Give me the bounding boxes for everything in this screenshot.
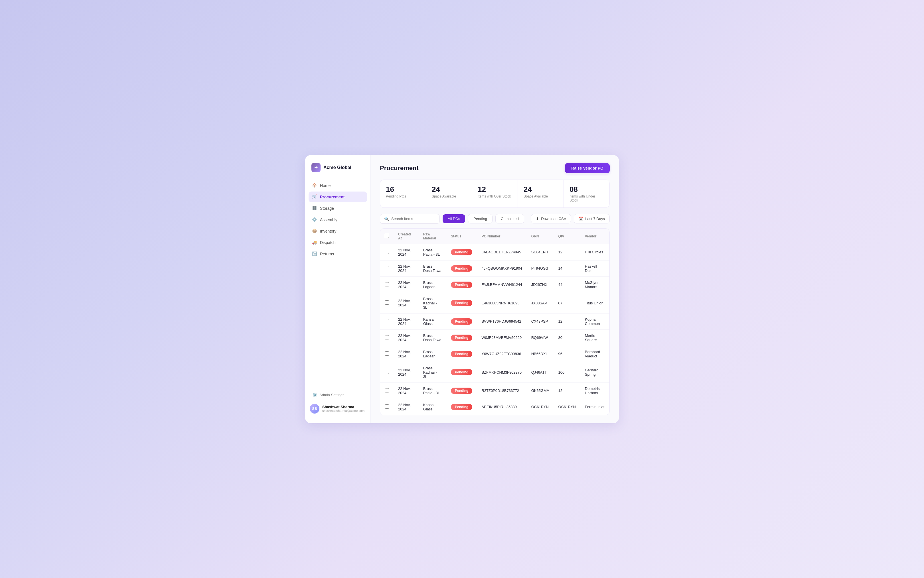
avatar: SS	[310, 404, 319, 414]
cell-vendor: Demetris Harbors	[580, 383, 610, 399]
cell-created-at: 22 Nov, 2024	[394, 293, 419, 313]
sidebar-item-inventory[interactable]: 📦 Inventory	[309, 226, 367, 237]
row-checkbox[interactable]	[385, 335, 389, 339]
status-badge: Pending	[451, 265, 472, 272]
row-checkbox[interactable]	[385, 351, 389, 356]
cell-grn: PT94OSG	[527, 260, 554, 276]
date-filter-label: Last 7 Days	[585, 217, 605, 221]
cell-raw-material: Brass Patila - 3L	[419, 244, 446, 260]
col-grn: GRN	[527, 229, 554, 244]
raise-vendor-po-button[interactable]: Raise Vendor PO	[565, 163, 610, 173]
procurement-icon: 🛒	[312, 194, 317, 200]
search-icon: 🔍	[384, 217, 389, 221]
cell-po-number: E4630L85NRNH61095	[477, 293, 527, 313]
cell-created-at: 22 Nov, 2024	[394, 330, 419, 346]
table-row: 22 Nov, 2024 Kansa Glass Pending APEIKU5…	[380, 399, 610, 415]
filter-all-pos-button[interactable]: All POs	[442, 214, 465, 223]
cell-created-at: 22 Nov, 2024	[394, 399, 419, 415]
row-checkbox[interactable]	[385, 300, 389, 305]
stat-card: 16 Pending POs	[380, 180, 426, 208]
cell-po-number: Y6W7GUZ92FTC99836	[477, 346, 527, 362]
cell-raw-material: Brass Lagaan	[419, 346, 446, 362]
sidebar-item-assembly[interactable]: ⚙️ Assembly	[309, 214, 367, 225]
cell-po-number: W0JRJ3MVBFMV50229	[477, 330, 527, 346]
cell-raw-material: Kansa Glass	[419, 399, 446, 415]
sidebar-item-label: Home	[320, 183, 330, 188]
home-icon: 🏠	[312, 183, 317, 188]
sidebar-item-storage[interactable]: 🗄️ Storage	[309, 203, 367, 214]
sidebar-item-returns[interactable]: ↩️ Returns	[309, 248, 367, 259]
cell-grn: NB66DXI	[527, 346, 554, 362]
cell-vendor: Gerhard Spring	[580, 362, 610, 383]
sidebar-item-home[interactable]: 🏠 Home	[309, 180, 367, 191]
storage-icon: 🗄️	[312, 206, 317, 211]
cell-vendor: Kuphal Common	[580, 313, 610, 330]
search-input[interactable]	[391, 217, 436, 221]
settings-icon: ⚙️	[312, 393, 317, 397]
table-row: 22 Nov, 2024 Brass Patila - 3L Pending R…	[380, 383, 610, 399]
toolbar: 🔍 All POs Pending Completed ⬇ Download C…	[380, 214, 610, 224]
filter-pending-button[interactable]: Pending	[468, 214, 493, 224]
download-icon: ⬇	[536, 217, 539, 221]
cell-status: Pending	[446, 293, 477, 313]
stat-number: 16	[386, 185, 420, 194]
status-badge: Pending	[451, 404, 472, 410]
stat-label: Space Available	[432, 194, 466, 198]
main-content: Procurement Raise Vendor PO 16 Pending P…	[371, 155, 619, 423]
filter-completed-button[interactable]: Completed	[495, 214, 524, 224]
download-csv-button[interactable]: ⬇ Download CSV	[531, 214, 571, 224]
cell-status: Pending	[446, 260, 477, 276]
col-po-number: PO Number	[477, 229, 527, 244]
procurement-table-wrapper: Created At Raw Material Status PO Number…	[380, 228, 610, 415]
cell-po-number: 3AE4GDE1HERZ74945	[477, 244, 527, 260]
cell-grn: SC04EPH	[527, 244, 554, 260]
row-checkbox[interactable]	[385, 370, 389, 374]
user-info: SS Shashwat Sharma shashwat.sharma@acme.…	[310, 402, 366, 415]
col-created-at: Created At	[394, 229, 419, 244]
cell-vendor: Bernhard Viaduct	[580, 346, 610, 362]
table-row: 22 Nov, 2024 Brass Dosa Tawa Pending W0J…	[380, 330, 610, 346]
cell-status: Pending	[446, 362, 477, 383]
cell-qty: 12	[554, 313, 580, 330]
row-checkbox[interactable]	[385, 282, 389, 286]
stat-label: Pending POs	[386, 194, 420, 198]
sidebar-item-label: Dispatch	[320, 240, 335, 245]
stat-number: 08	[569, 185, 604, 194]
cell-status: Pending	[446, 313, 477, 330]
cell-qty: 12	[554, 383, 580, 399]
row-checkbox[interactable]	[385, 404, 389, 409]
stat-label: Items with Under Stock	[569, 194, 604, 202]
row-checkbox[interactable]	[385, 266, 389, 270]
table-row: 22 Nov, 2024 Brass Dosa Tawa Pending 4JF…	[380, 260, 610, 276]
sidebar-item-dispatch[interactable]: 🚚 Dispatch	[309, 237, 367, 248]
search-box: 🔍	[380, 214, 440, 224]
sidebar-item-label: Returns	[320, 252, 334, 256]
sidebar-item-procurement[interactable]: 🛒 Procurement	[309, 192, 367, 202]
table-row: 22 Nov, 2024 Brass Lagaan Pending FAJLBF…	[380, 276, 610, 293]
cell-raw-material: Brass Dosa Tawa	[419, 260, 446, 276]
status-badge: Pending	[451, 334, 472, 341]
cell-raw-material: Brass Lagaan	[419, 276, 446, 293]
select-all-checkbox[interactable]	[385, 234, 389, 238]
admin-settings-label: Admin Settings	[319, 393, 344, 397]
date-filter-button[interactable]: 📅 Last 7 Days	[574, 214, 610, 224]
logo-icon: ✦	[311, 163, 320, 172]
sidebar: ✦ Acme Global 🏠 Home🛒 Procurement🗄️ Stor…	[305, 155, 371, 423]
row-checkbox[interactable]	[385, 388, 389, 393]
table-row: 22 Nov, 2024 Brass Kadhai - 3L Pending E…	[380, 293, 610, 313]
cell-raw-material: Kansa Glass	[419, 313, 446, 330]
cell-status: Pending	[446, 276, 477, 293]
row-checkbox[interactable]	[385, 250, 389, 254]
cell-created-at: 22 Nov, 2024	[394, 346, 419, 362]
cell-vendor: Titus Union	[580, 293, 610, 313]
cell-status: Pending	[446, 383, 477, 399]
cell-qty: 14	[554, 260, 580, 276]
user-name: Shashwat Sharma	[322, 405, 364, 409]
admin-settings-item[interactable]: ⚙️ Admin Settings	[310, 390, 366, 399]
sidebar-item-label: Inventory	[320, 229, 337, 234]
cell-raw-material: Brass Patila - 3L	[419, 383, 446, 399]
cell-vendor: Mertie Square	[580, 330, 610, 346]
row-checkbox[interactable]	[385, 319, 389, 323]
stat-label: Items with Over Stock	[478, 194, 512, 198]
cell-created-at: 22 Nov, 2024	[394, 260, 419, 276]
